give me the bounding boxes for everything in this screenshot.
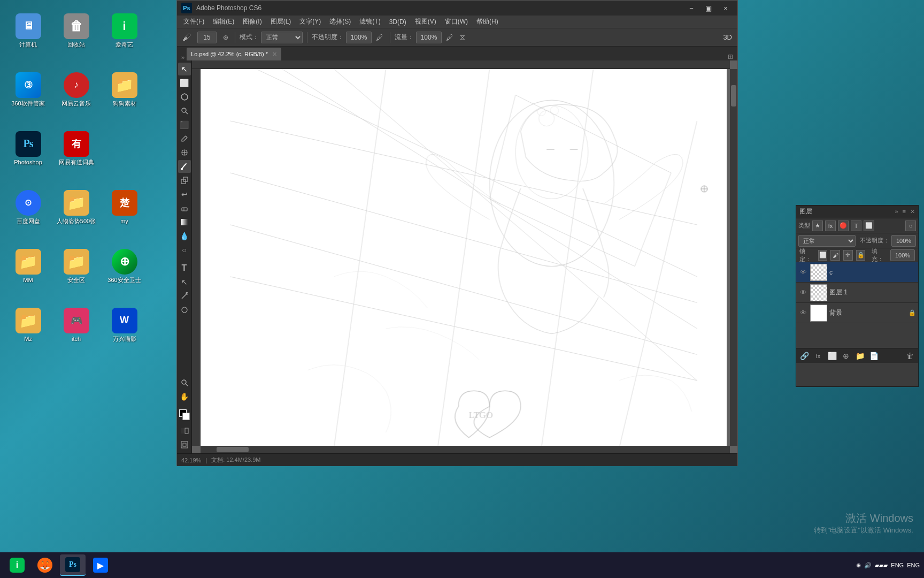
tray-volume[interactable]: 🔊 [864,562,872,569]
layer-adjustment-btn[interactable]: ⊕ [840,351,852,361]
layers-expand-btn[interactable]: » [895,208,898,215]
airbrush-btn[interactable]: ⧖ [458,32,467,43]
layer-item-1[interactable]: 👁 图层 1 [796,283,918,303]
layer-item-bg[interactable]: 👁 背景 🔒 [796,303,918,323]
desktop-icon-gougo[interactable]: 📁 狗狗素材 [102,64,147,115]
desktop-icon-itch[interactable]: 🎮 itch [53,300,99,351]
brush-size-input[interactable] [197,32,217,43]
opacity-input[interactable] [346,32,372,43]
layer-item-c[interactable]: 👁 c [796,262,918,283]
menu-text[interactable]: 文字(Y) [295,16,325,27]
desktop-icon-360guard[interactable]: ⊕ 360安全卫士 [102,241,147,292]
lock-pixels-btn[interactable]: ⬜ [818,250,828,261]
tool-ellipse[interactable] [178,303,191,316]
tool-lasso[interactable] [178,90,191,103]
taskbar-arrow[interactable]: ▶ [88,554,113,576]
desktop-icon-netease[interactable]: ♪ 网易云音乐 [53,64,99,115]
taskbar-iqiyi[interactable]: i [4,554,30,576]
restore-button[interactable]: ▣ [701,3,716,13]
close-button[interactable]: × [718,3,733,13]
tool-gradient[interactable] [178,216,191,229]
desktop-icon-photoshop[interactable]: Ps Photoshop [5,123,51,174]
lock-paintbucket-btn[interactable]: 🖌 [830,250,840,261]
filter-smartobj-btn[interactable]: ⬜ [864,220,874,231]
menu-window[interactable]: 窗口(W) [441,16,472,27]
lock-all-btn[interactable]: 🔒 [856,250,866,261]
fill-input[interactable] [890,249,915,261]
desktop-icon-iqiyi[interactable]: i 爱奇艺 [102,5,147,56]
tool-pen[interactable] [178,290,191,302]
blend-mode-select[interactable]: 正常 溶解 正片叠底 [261,32,303,43]
layer-mask-btn[interactable]: ⬜ [826,351,838,361]
layer-group-btn[interactable]: 📁 [854,351,866,361]
desktop-icon-pose[interactable]: 📁 人物姿势500张 [53,182,99,233]
lock-move-btn[interactable]: ✛ [843,250,853,261]
tool-text[interactable]: T [178,262,191,275]
tool-quickselect[interactable] [178,104,191,117]
desktop-icon-360mgr[interactable]: ③ 360软件管家 [5,64,51,115]
desktop-icon-mm[interactable]: 📁 MM [5,241,51,292]
tool-crop[interactable]: ⬛ [178,118,191,131]
filter-attr-btn[interactable]: T [851,220,861,231]
background-color[interactable] [182,413,190,420]
taskbar-firefox[interactable]: 🦊 [32,554,58,576]
tool-dodge[interactable]: ○ [178,244,191,256]
arrange-panels-btn[interactable]: ⊞ [726,53,735,60]
filter-effect-btn[interactable]: fx [825,220,836,231]
menu-edit[interactable]: 编辑(E) [209,16,238,27]
layer-fx-btn[interactable]: fx [812,351,824,361]
tool-hand[interactable]: ✋ [178,390,191,403]
tray-ime[interactable]: ENG [891,562,904,568]
tool-path-select[interactable]: ↖ [178,276,191,288]
tool-brush[interactable] [178,160,191,173]
tool-move[interactable]: ↖ [178,63,191,75]
tab-close-icon[interactable]: ✕ [272,51,277,58]
tool-eraser[interactable] [178,202,191,215]
desktop-icon-recycle[interactable]: 🗑 回收站 [53,5,99,56]
layer-new-btn[interactable]: 📄 [868,351,880,361]
menu-view[interactable]: 视图(V) [411,16,441,27]
menu-3d[interactable]: 3D(D) [385,17,411,27]
color-swatch[interactable] [179,409,190,420]
tool-history[interactable]: ↩ [178,188,191,201]
tool-eyedropper[interactable] [178,132,191,145]
tool-marquee[interactable]: ⬜ [178,77,191,89]
layers-opacity-input[interactable] [891,235,916,247]
filter-kind-btn[interactable]: ★ [812,220,823,231]
tray-network[interactable]: ⊕ [856,562,861,569]
desktop-icon-mz[interactable]: 📁 Mz [5,300,51,351]
layer-visibility-c[interactable]: 👁 [798,268,808,277]
menu-layer[interactable]: 图层(L) [266,16,296,27]
desktop-icon-youdao[interactable]: 有 网易有道词典 [53,123,99,174]
tool-quickmask[interactable] [178,424,191,437]
tool-heal[interactable] [178,146,191,159]
desktop-icon-computer[interactable]: 🖥 计算机 [5,5,51,56]
3d-btn[interactable]: 3D [721,32,734,42]
layer-visibility-1[interactable]: 👁 [798,288,808,298]
ps-tab-active[interactable]: Lo.psd @ 42.2% (c, RGB/8) * ✕ [187,48,281,60]
layer-link-btn[interactable]: 🔗 [798,351,810,361]
menu-file[interactable]: 文件(F) [179,16,209,27]
filter-mode-btn[interactable]: 🔴 [838,220,849,231]
desktop-icon-baidu[interactable]: ⊙ 百度网盘 [5,182,51,233]
tool-blur[interactable]: 💧 [178,230,191,242]
flow-input[interactable] [416,32,442,43]
layer-visibility-bg[interactable]: 👁 [798,308,808,318]
pressure-opacity-btn[interactable]: 🖊 [374,32,386,43]
layers-blend-select[interactable]: 正常 [798,235,856,247]
minimize-button[interactable]: − [684,3,699,13]
desktop-icon-my[interactable]: 楚 my [102,182,147,233]
tool-screen-mode[interactable] [178,438,191,451]
filter-toggle-btn[interactable]: ○ [905,220,916,231]
layer-delete-btn[interactable]: 🗑 [904,351,916,361]
pressure-flow-btn[interactable]: 🖊 [444,32,456,43]
brush-size-field[interactable] [195,31,219,44]
taskbar-photoshop[interactable]: Ps [60,554,86,576]
desktop-icon-safety[interactable]: 📁 安全区 [53,241,99,292]
menu-image[interactable]: 图像(I) [238,16,266,27]
scrollbar-vertical[interactable] [730,69,737,446]
tool-clone[interactable] [178,174,191,187]
layers-close-btn[interactable]: ✕ [910,208,915,215]
menu-filter[interactable]: 滤镜(T) [355,16,384,27]
tool-zoom[interactable] [178,376,191,389]
